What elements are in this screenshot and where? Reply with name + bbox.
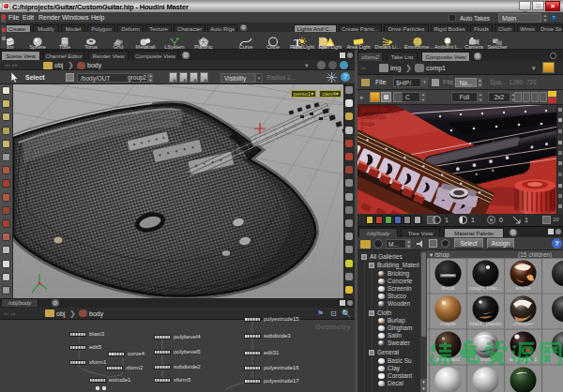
- svg-text:black_plastic: black_plastic: [469, 321, 501, 326]
- svg-text:Single: Single: [360, 121, 374, 127]
- svg-text:chopper: chopper: [513, 321, 534, 326]
- svg-text:guitar.far.jpg: guitar.far.jpg: [360, 106, 400, 113]
- svg-text:decal: decal: [441, 285, 454, 291]
- svg-text:rough_blac...: rough_blac...: [469, 285, 502, 291]
- svg-text:knobs: knobs: [515, 285, 530, 291]
- svg-text:1280x720: 1280x720: [360, 114, 386, 120]
- svg-text:C: C: [360, 127, 364, 132]
- svg-text:maple: maple: [440, 321, 456, 326]
